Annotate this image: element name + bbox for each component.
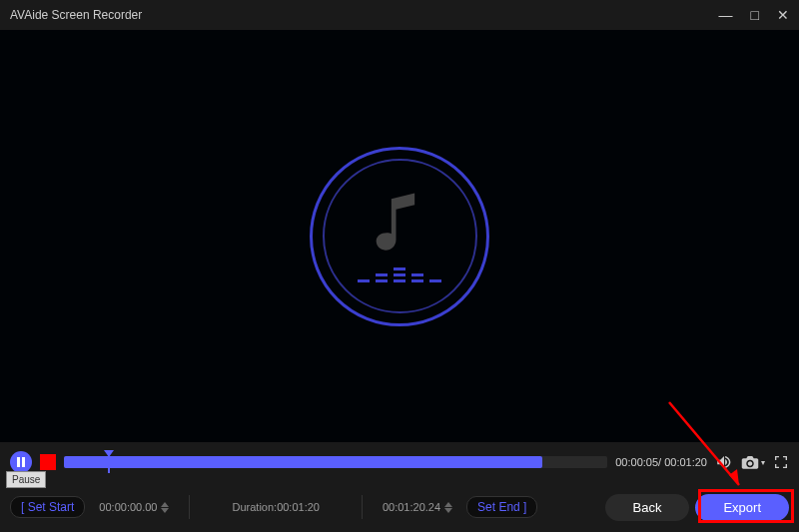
playhead-icon[interactable]	[104, 450, 114, 457]
divider	[189, 495, 190, 519]
end-time-spinner	[444, 502, 452, 513]
back-button[interactable]: Back	[605, 494, 690, 521]
start-up-icon[interactable]	[161, 502, 169, 507]
timeline-fill	[64, 456, 542, 468]
maximize-icon[interactable]: □	[751, 7, 759, 23]
end-up-icon[interactable]	[444, 502, 452, 507]
set-end-button[interactable]: Set End ]	[466, 496, 537, 518]
start-time-value: 00:00:00.00	[99, 501, 157, 513]
app-title: AVAide Screen Recorder	[10, 8, 719, 22]
trim-row: [ Set Start 00:00:00.00 Duration:00:01:2…	[0, 482, 799, 532]
start-time-box: 00:00:00.00	[91, 498, 177, 516]
music-note-icon	[370, 190, 429, 260]
equalizer-icon	[358, 267, 441, 282]
start-time-spinner	[161, 502, 169, 513]
start-down-icon[interactable]	[161, 508, 169, 513]
camera-icon[interactable]: ▾	[741, 454, 765, 470]
minimize-icon[interactable]: —	[719, 7, 733, 23]
set-start-button[interactable]: [ Set Start	[10, 496, 85, 518]
preview-area	[0, 30, 799, 442]
volume-icon[interactable]	[715, 453, 733, 471]
end-down-icon[interactable]	[444, 508, 452, 513]
chevron-down-icon: ▾	[761, 458, 765, 467]
pause-tooltip: Pause	[6, 471, 46, 488]
audio-visual-circle	[310, 147, 489, 326]
divider	[362, 495, 363, 519]
window-controls: — □ ✕	[719, 7, 789, 23]
end-time-box: 00:01:20.24	[375, 498, 460, 516]
fullscreen-icon[interactable]	[773, 454, 789, 470]
titlebar: AVAide Screen Recorder — □ ✕	[0, 0, 799, 30]
timeline-row: 00:00:05/ 00:01:20 ▾	[0, 442, 799, 482]
stop-button[interactable]	[40, 454, 56, 470]
pause-button[interactable]	[10, 451, 32, 473]
close-icon[interactable]: ✕	[777, 7, 789, 23]
audio-visual-inner	[323, 159, 477, 313]
end-time-value: 00:01:20.24	[383, 501, 440, 513]
timeline-track[interactable]	[64, 456, 607, 468]
time-display: 00:00:05/ 00:01:20	[615, 456, 707, 468]
pause-icon	[17, 457, 25, 467]
duration-label: Duration:00:01:20	[232, 501, 319, 513]
export-button[interactable]: Export	[695, 494, 789, 521]
